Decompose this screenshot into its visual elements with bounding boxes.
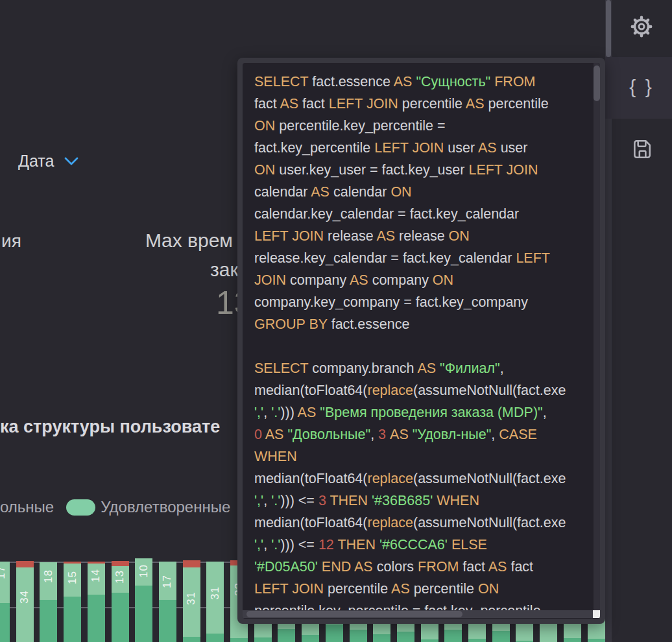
bar-value-label: 10: [138, 564, 150, 578]
sql-line: '#D05A50' END AS colors FROM fact AS fac…: [254, 556, 591, 578]
sql-line: percentile.key_percentile = fact.key_per…: [254, 600, 591, 610]
date-filter-label: Дата: [18, 152, 54, 171]
settings-button[interactable]: [629, 14, 654, 40]
sql-line: release.key_calendar = fact.key_calendar…: [254, 247, 591, 269]
bar-satisfied-dark-segment: [88, 595, 105, 642]
floppy-save-icon: [630, 138, 653, 160]
metric-title-line2: зак: [210, 259, 239, 281]
bar-satisfied-dark-segment: [278, 629, 295, 642]
sql-line: SELECT fact.essence AS "Сущность" FROM: [254, 71, 591, 93]
sql-line: 0 AS "Довольные", 3 AS "Удовл-ные", CASE: [254, 423, 591, 446]
legend-item-dissatisfied[interactable]: ольные: [0, 498, 54, 516]
bar-satisfied-dark-segment: [373, 634, 390, 642]
sql-line: ',', '.'))) <= 12 THEN '#6CCCA6' ELSE: [254, 534, 591, 556]
bar-satisfied-dark-segment: [421, 639, 438, 642]
save-button[interactable]: [630, 137, 653, 161]
bar: 17: [159, 562, 176, 642]
date-filter-dropdown[interactable]: Дата: [18, 152, 78, 171]
chart-section-title: ка структуры пользовате: [0, 417, 220, 437]
sql-line: calendar AS calendar ON: [254, 181, 591, 203]
bar-satisfied-dark-segment: [112, 593, 129, 642]
dashboard-root: Дата ия Max врем зак 13 ка структуры пол…: [0, 0, 672, 642]
sql-line: ',', '.'))) AS "Время проведения заказа …: [254, 401, 591, 423]
chevron-down-icon: [64, 157, 78, 166]
sql-line: LEFT JOIN release AS release ON: [254, 225, 591, 247]
bar-value-label: 34: [18, 590, 31, 604]
bar: 15: [64, 562, 81, 642]
bar-value-label: 18: [42, 569, 55, 583]
sql-line: ',', '.'))) <= 3 THEN '#36B685' WHEN: [254, 490, 591, 512]
gear-icon: [629, 14, 654, 39]
bar-satisfied-dark-segment: [135, 586, 152, 642]
sql-line: ON percentile.key_percentile =: [254, 115, 591, 137]
bar-value-label: 14: [90, 569, 102, 582]
bar-value-label: 15: [66, 571, 79, 584]
bar-satisfied-dark-segment: [206, 634, 224, 642]
chart-legend: ольные Удовлетворенные: [0, 498, 230, 516]
sql-line: LEFT JOIN percentile AS percentile ON: [254, 578, 591, 600]
sql-line: GROUP BY fact.essence: [254, 313, 591, 335]
sql-query-viewport: SELECT fact.essence AS "Сущность" FROMfa…: [243, 63, 600, 619]
sql-line: median(toFloat64(replace(assumeNotNull(f…: [254, 468, 591, 490]
bar-satisfied-dark-segment: [350, 630, 367, 642]
sql-query-popup: SELECT fact.essence AS "Сущность" FROMfa…: [237, 58, 605, 624]
bar: 34: [16, 561, 34, 642]
metric-title-line1: Max врем: [145, 230, 233, 252]
bar-value-label: 31: [185, 591, 198, 605]
bar: 10: [135, 558, 152, 642]
sql-line: median(toFloat64(replace(assumeNotNull(f…: [254, 512, 591, 534]
bar-value-label: 13: [114, 570, 126, 584]
bar-satisfied-dark-segment: [254, 637, 272, 642]
page-scrollbar-thumb[interactable]: [606, 0, 611, 57]
braces-icon: { }: [629, 76, 653, 98]
popup-vertical-scrollbar-thumb[interactable]: [594, 65, 600, 101]
bar-satisfied-dark-segment: [468, 639, 486, 642]
legend-swatch-satisfied[interactable]: [66, 499, 95, 516]
sql-line: fact.key_percentile LEFT JOIN user AS us…: [254, 137, 591, 159]
bar-value-label: 17: [0, 565, 8, 579]
bar-satisfied-dark-segment: [397, 632, 414, 642]
bar-satisfied-dark-segment: [444, 630, 462, 642]
bar-satisfied-dark-segment: [588, 639, 605, 642]
sql-query-text: SELECT fact.essence AS "Сущность" FROMfa…: [254, 71, 591, 610]
sql-line: SELECT company.branch AS "Филиал",: [254, 357, 591, 379]
popup-horizontal-scrollbar-thumb[interactable]: [246, 611, 462, 617]
bar: 17: [0, 562, 10, 642]
bar-value-label: 17: [161, 575, 174, 588]
bar-satisfied-dark-segment: [564, 638, 581, 642]
popup-vertical-scrollbar[interactable]: [594, 63, 600, 610]
bar: 18: [40, 562, 57, 642]
bar: 31: [206, 562, 224, 642]
clipped-widget-title: ия: [1, 231, 21, 252]
sql-line: calendar.key_calendar = fact.key_calenda…: [254, 203, 591, 225]
sql-line: median(toFloat64(replace(assumeNotNull(f…: [254, 379, 591, 401]
bar-satisfied-dark-segment: [230, 638, 248, 642]
bar-value-label: 31: [209, 586, 222, 600]
bar-satisfied-dark-segment: [159, 600, 176, 642]
bar-satisfied-dark-segment: [302, 635, 319, 642]
sql-line: JOIN company AS company ON: [254, 269, 591, 291]
sql-line: company.key_company = fact.key_company: [254, 291, 591, 313]
bar: 14: [88, 562, 105, 642]
popup-scrollbar-corner: [593, 610, 600, 618]
bar: 13: [112, 561, 129, 642]
sql-code-tab-button[interactable]: { }: [626, 74, 657, 100]
bar-satisfied-dark-segment: [326, 624, 343, 642]
bar-satisfied-dark-segment: [183, 637, 200, 642]
sql-line: ON user.key_user = fact.key_user LEFT JO…: [254, 159, 591, 181]
bar-satisfied-dark-segment: [492, 631, 510, 642]
bar-satisfied-dark-segment: [64, 597, 81, 642]
popup-horizontal-scrollbar[interactable]: [243, 610, 593, 618]
sql-line: fact AS fact LEFT JOIN percentile AS per…: [254, 93, 591, 115]
bar-satisfied-dark-segment: [0, 603, 10, 642]
bar: 31: [183, 560, 200, 642]
sql-line: WHEN: [254, 446, 591, 468]
bar-satisfied-dark-segment: [40, 600, 57, 642]
legend-item-satisfied[interactable]: Удовлетворенные: [101, 498, 230, 516]
sql-line: [254, 335, 591, 357]
